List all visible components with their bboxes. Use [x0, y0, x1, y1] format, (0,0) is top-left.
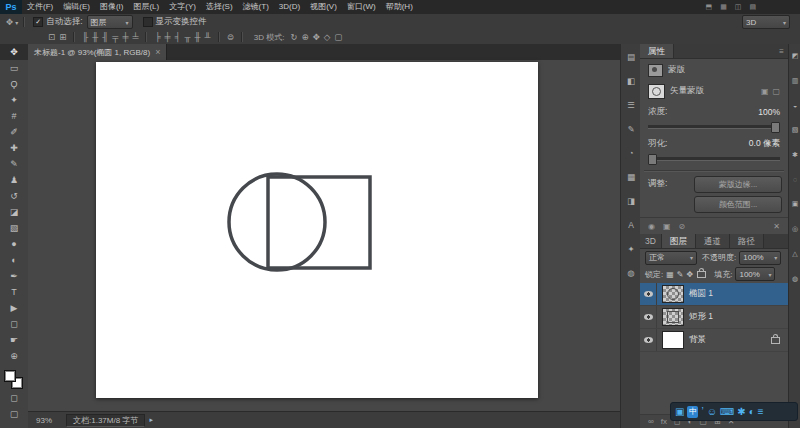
feather-value[interactable]: 0.0 像素 — [749, 138, 780, 150]
document-tab[interactable]: 未标题-1 @ 93%(椭圆 1, RGB/8) × — [28, 44, 167, 60]
feather-slider-knob[interactable] — [648, 154, 657, 165]
ime-menu-icon[interactable]: ≡ — [758, 403, 764, 420]
blend-mode-dropdown[interactable]: 正常 ▾ — [645, 251, 697, 265]
quick-mask-button[interactable]: ◻ — [0, 390, 28, 406]
paragraph-panel-icon[interactable]: ✦ — [627, 244, 634, 254]
tool-clone-stamp[interactable]: ♟ — [0, 172, 28, 188]
tool-eraser[interactable]: ◪ — [0, 204, 28, 220]
menu-view[interactable]: 视图(V) — [305, 0, 342, 14]
tab-3d[interactable]: 3D — [640, 234, 662, 248]
auto-select-checkbox[interactable]: ✓ — [33, 17, 43, 27]
brush-panel-icon[interactable]: ✎ — [627, 124, 634, 134]
canvas-viewport[interactable] — [28, 60, 620, 412]
density-value[interactable]: 100% — [758, 107, 780, 117]
tool-path-selection[interactable]: ▶ — [0, 300, 28, 316]
ime-skin-icon[interactable]: ◐ — [749, 403, 755, 420]
grid-icon[interactable]: ▦ — [720, 3, 727, 11]
add-pixel-mask-icon[interactable]: ▣ — [761, 87, 769, 96]
roll-3d-icon[interactable]: ⊕ — [300, 32, 311, 42]
menu-window[interactable]: 窗口(W) — [342, 0, 381, 14]
tool-shape[interactable]: ◻ — [0, 316, 28, 332]
align-bottom-icon[interactable]: ╧ — [130, 32, 140, 42]
distribute-vcenter-icon[interactable]: ╫ — [193, 32, 203, 42]
tool-brush[interactable]: ✎ — [0, 156, 28, 172]
show-transform-checkbox[interactable] — [143, 17, 153, 27]
layer-row-rect1[interactable]: 矩形 1 — [640, 306, 788, 329]
layer-thumbnail[interactable] — [662, 331, 684, 349]
close-icon[interactable]: × — [155, 47, 160, 57]
screen-mode-button[interactable]: ▢ — [0, 406, 28, 422]
extras-icon[interactable]: ▤ — [749, 3, 756, 11]
tab-channels[interactable]: 通道 — [696, 234, 730, 248]
menu-select[interactable]: 选择(S) — [201, 0, 238, 14]
ime-emoji-icon[interactable]: ☺ — [707, 403, 717, 420]
tool-quick-selection[interactable]: ✦ — [0, 92, 28, 108]
tab-paths[interactable]: 路径 — [730, 234, 764, 248]
color-range-button[interactable]: 颜色范围... — [694, 196, 782, 213]
density-slider[interactable] — [648, 122, 780, 131]
mask-edge-button[interactable]: 蒙版边缘... — [694, 176, 782, 193]
timeline-panel-icon[interactable]: ◍ — [627, 268, 634, 278]
lock-all-icon[interactable] — [697, 271, 706, 278]
arrange-icon[interactable]: ◫ — [735, 3, 742, 11]
ime-chinese-mode-icon[interactable]: 中 — [687, 406, 698, 418]
clone-source-panel-icon[interactable]: ◔ — [628, 148, 633, 158]
visibility-cell[interactable] — [640, 329, 657, 351]
tool-healing-brush[interactable]: ✚ — [0, 140, 28, 156]
navigator-panel-icon[interactable]: ◒ — [793, 102, 797, 109]
visibility-cell[interactable] — [640, 283, 657, 305]
info-panel-icon[interactable]: ◧ — [627, 76, 635, 86]
styles-panel-icon[interactable]: ◨ — [627, 196, 635, 206]
disable-mask-icon[interactable]: ⊘ — [679, 222, 686, 231]
menu-3d[interactable]: 3D(D) — [274, 0, 305, 14]
layer-name[interactable]: 椭圆 1 — [689, 288, 713, 300]
layer-name[interactable]: 矩形 1 — [689, 311, 713, 323]
tool-type[interactable]: T — [0, 284, 28, 300]
tool-pen[interactable]: ✒ — [0, 268, 28, 284]
align-right-icon[interactable]: ╢ — [100, 32, 110, 42]
tool-move[interactable]: ✥ — [0, 44, 28, 60]
eye-icon[interactable] — [644, 291, 653, 297]
tool-eyedropper[interactable]: ✐ — [0, 124, 28, 140]
layer-thumbnail[interactable] — [662, 308, 684, 326]
apply-mask-icon[interactable]: ▣ — [663, 222, 671, 231]
tool-blur[interactable]: ● — [0, 236, 28, 252]
slide-3d-icon[interactable]: ◇ — [322, 32, 333, 42]
swatches-panel-icon[interactable]: ▥ — [792, 77, 799, 85]
align-vcenter-icon[interactable]: ╪ — [120, 32, 130, 42]
lock-transparency-icon[interactable]: ▦ — [666, 270, 674, 279]
auto-align-icon[interactable]: ⊜ — [225, 32, 236, 42]
delete-mask-icon[interactable]: ✕ — [773, 222, 780, 231]
distribute-bottom-icon[interactable]: ╨ — [203, 32, 213, 42]
layer-name[interactable]: 背景 — [689, 334, 706, 346]
align-top-icon[interactable]: ╤ — [110, 32, 120, 42]
link-layers-icon[interactable]: ∞ — [648, 417, 654, 426]
color-panel-icon[interactable]: ◩ — [792, 52, 799, 60]
drag-3d-icon[interactable]: ✥ — [311, 32, 322, 42]
tool-zoom[interactable]: ⊕ — [0, 348, 28, 364]
styles2-panel-icon[interactable]: ✱ — [792, 151, 798, 159]
workspace-switcher[interactable]: 3D ▾ — [742, 15, 790, 29]
rotate-3d-icon[interactable]: ↻ — [288, 32, 299, 42]
tool-lasso[interactable]: Ϙ — [0, 76, 28, 92]
measure-panel-icon[interactable]: ◎ — [792, 225, 798, 233]
menu-edit[interactable]: 编辑(E) — [58, 0, 95, 14]
layer-style-icon[interactable]: fx — [661, 417, 667, 426]
layout-icon[interactable]: ⬒ — [706, 3, 713, 11]
panel-menu-icon[interactable]: ≡ — [779, 47, 784, 56]
tool-gradient[interactable]: ▧ — [0, 220, 28, 236]
character-panel-icon[interactable]: A — [628, 220, 634, 230]
lock-position-icon[interactable]: ✥ — [687, 270, 694, 279]
tool-history-brush[interactable]: ↺ — [0, 188, 28, 204]
opacity-dropdown[interactable]: 100% ▾ — [739, 251, 781, 265]
add-vector-mask-icon[interactable]: ▢ — [772, 87, 780, 96]
layer-row-background[interactable]: 背景 — [640, 329, 788, 352]
foreground-color-chip[interactable] — [4, 370, 16, 382]
actions-panel-icon[interactable]: ☰ — [627, 100, 635, 110]
tool-hand[interactable]: ☛ — [0, 332, 28, 348]
load-selection-icon[interactable]: ◉ — [648, 222, 655, 231]
menu-image[interactable]: 图像(I) — [95, 0, 129, 14]
layer-thumbnail[interactable] — [662, 285, 684, 303]
distribute-left-icon[interactable]: ╞ — [152, 32, 162, 42]
align-left-icon[interactable]: ╟ — [80, 32, 90, 42]
